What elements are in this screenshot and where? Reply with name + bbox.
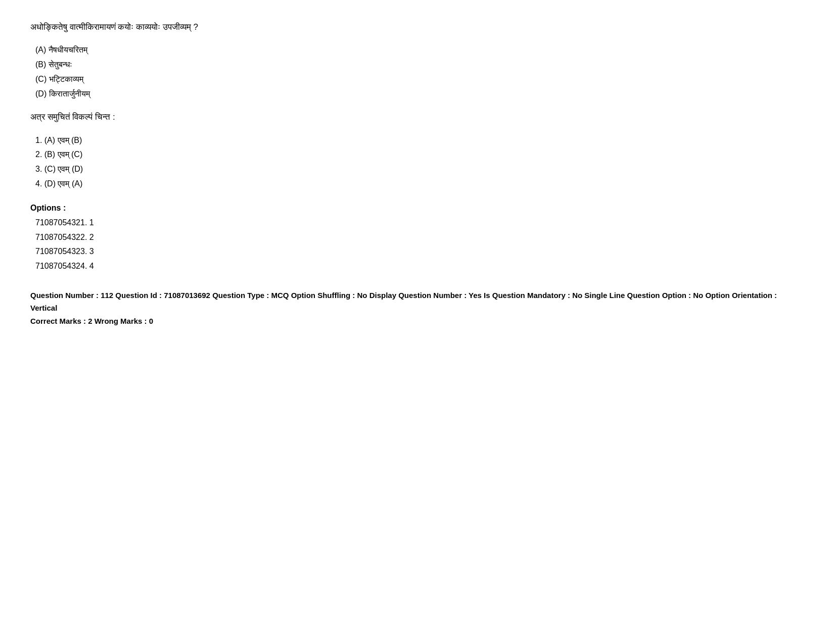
numbered-option-3: 3. (C) एवम् (D) xyxy=(35,162,804,177)
question-option-b: (B) सेतुबन्धः xyxy=(35,58,804,72)
answer-option-4: 71087054324. 4 xyxy=(35,259,804,274)
sub-question-text: अत्र समुचितं विकल्पं चिन्त : xyxy=(30,110,804,124)
answer-options-list: 71087054321. 1 71087054322. 2 7108705432… xyxy=(30,216,804,274)
meta-line1: Question Number : 112 Question Id : 7108… xyxy=(30,289,804,315)
numbered-option-2: 2. (B) एवम् (C) xyxy=(35,147,804,162)
numbered-options-list: 1. (A) एवम् (B) 2. (B) एवम् (C) 3. (C) ए… xyxy=(30,133,804,191)
answer-option-3: 71087054323. 3 xyxy=(35,244,804,259)
question-main-text: अधोङ्कितेषु वात्मीकिरामायणं कयोः काव्ययो… xyxy=(30,20,804,34)
numbered-option-4: 4. (D) एवम् (A) xyxy=(35,177,804,191)
meta-line2: Correct Marks : 2 Wrong Marks : 0 xyxy=(30,315,804,328)
question-option-d: (D) किरातार्जुनीयम् xyxy=(35,87,804,102)
question-metadata: Question Number : 112 Question Id : 7108… xyxy=(30,289,804,328)
answer-option-2: 71087054322. 2 xyxy=(35,230,804,245)
question-options-list: (A) नैषधीयचरितम् (B) सेतुबन्धः (C) भट्टि… xyxy=(30,43,804,101)
answer-option-1: 71087054321. 1 xyxy=(35,216,804,230)
options-label: Options : xyxy=(30,204,804,213)
question-option-a: (A) नैषधीयचरितम् xyxy=(35,43,804,58)
question-option-c: (C) भट्टिकाव्यम् xyxy=(35,72,804,87)
numbered-option-1: 1. (A) एवम् (B) xyxy=(35,133,804,148)
question-container: अधोङ्कितेषु वात्मीकिरामायणं कयोः काव्ययो… xyxy=(30,20,804,327)
